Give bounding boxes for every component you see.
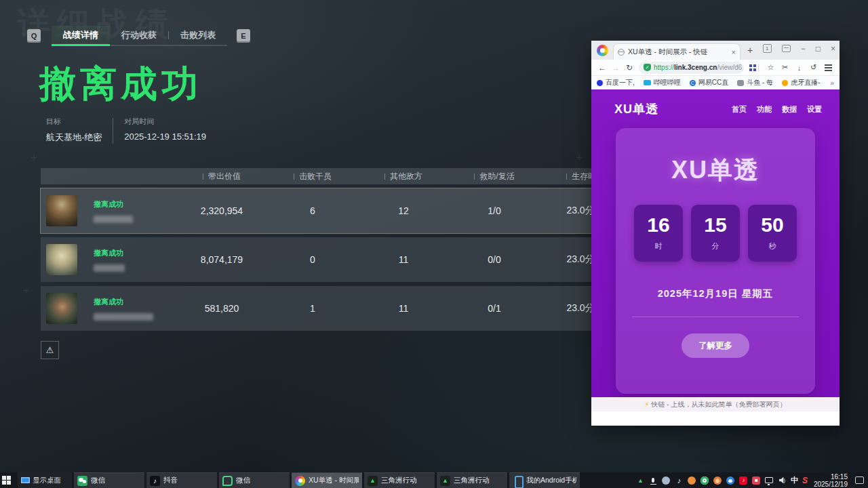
browser-addressbar: ← → ↻ ✓ https://link.3ceng.cn/view/d6 ☆ … <box>591 60 840 76</box>
tab-kill-list[interactable]: 击败列表 <box>169 26 227 45</box>
tray-app-icon[interactable] <box>688 476 696 485</box>
browser-titlebar[interactable]: XU单透 - 时间展示 - 快链 × + 1 − □ × <box>591 41 840 60</box>
url-path: /view/d6 <box>717 64 742 71</box>
site-nav: 首页 功能 数据 设置 <box>732 104 822 115</box>
url-field[interactable]: ✓ https://link.3ceng.cn/view/d6 <box>639 62 744 74</box>
objective-info: 目标 航天基地-绝密 <box>46 117 102 144</box>
results-table: 带出价值 击败干员 其他敌方 救助/复活 生存时长 撤离成功 2,320,954… <box>41 168 631 331</box>
menu-icon[interactable] <box>825 67 832 68</box>
minutes-unit: 分 <box>691 241 740 251</box>
volume-icon[interactable]: ) <box>778 476 787 485</box>
windows-logo-icon <box>2 476 6 480</box>
hours-block: 16 时 <box>634 205 683 262</box>
seconds-unit: 秒 <box>748 241 797 251</box>
tray-steam-icon[interactable] <box>662 476 671 485</box>
header-rescues: 救助/复活 <box>449 171 540 182</box>
tray-wechat-icon[interactable] <box>701 476 709 485</box>
tab-battle-details[interactable]: 战绩详情 <box>52 26 110 45</box>
tray-microphone-icon[interactable] <box>649 476 658 485</box>
close-button[interactable]: × <box>831 45 835 53</box>
lightning-icon: ⚡ <box>645 401 650 408</box>
nav-features[interactable]: 功能 <box>757 104 772 115</box>
learn-more-button[interactable]: 了解更多 <box>682 333 749 358</box>
taskbar-item-android-phone[interactable]: 我的Android手机... <box>509 472 580 488</box>
other-enemies-cell: 12 <box>358 205 449 216</box>
bookmarks-bar: 百度一下, 哔哩哔哩 C 网易CC直 斗鱼 - 每 虎牙直播- » <box>591 76 840 89</box>
nav-data[interactable]: 数据 <box>782 104 797 115</box>
favorites-star-icon[interactable]: ☆ <box>764 63 778 72</box>
rescues-cell: 1/0 <box>449 205 540 216</box>
bookmark-bilibili[interactable]: 哔哩哔哩 <box>644 78 681 87</box>
desktop-monitor-icon <box>21 477 30 483</box>
report-warning-button[interactable]: ⚠ <box>41 341 59 359</box>
browser-logo-icon[interactable] <box>597 45 608 56</box>
undo-icon[interactable]: ↺ <box>806 63 821 72</box>
tray-qq-icon[interactable] <box>726 476 735 485</box>
table-header: 带出价值 击败干员 其他敌方 救助/复活 生存时长 <box>41 168 631 184</box>
browser-tab[interactable]: XU单透 - 时间展示 - 快链 × <box>613 43 741 60</box>
forward-icon[interactable]: → <box>609 63 623 73</box>
network-icon[interactable] <box>765 476 774 485</box>
back-icon[interactable]: ← <box>595 63 609 73</box>
tray-app-icon[interactable] <box>713 476 722 485</box>
browser-logo-icon <box>295 476 305 486</box>
minimize-button[interactable]: − <box>801 45 806 53</box>
key-hint-e[interactable]: E <box>237 29 250 43</box>
download-icon[interactable]: ↓ <box>792 64 806 72</box>
taskbar-item-wechat[interactable]: 微信 <box>74 472 144 488</box>
netease-cc-icon: C <box>690 80 696 86</box>
bookmark-baidu[interactable]: 百度一下, <box>597 78 635 87</box>
table-row[interactable]: 撤离成功 8,074,179 0 11 0/0 23.0分钟 <box>41 237 631 282</box>
player-name-blurred <box>94 264 125 272</box>
input-method-indicator[interactable]: 中 <box>791 475 798 485</box>
taskbar-item-browser[interactable]: XU单透 - 时间展示... <box>292 472 362 488</box>
system-tray: ▲ ♪ ♪ ■ ) 中 S 16:15 2025/12/19 <box>636 472 868 488</box>
bookmark-netease-cc[interactable]: C 网易CC直 <box>690 78 728 87</box>
tray-app-icon[interactable]: ■ <box>752 476 761 485</box>
taskbar-item-douyin[interactable]: ♪ 抖音 <box>146 472 217 488</box>
loot-value-cell: 581,820 <box>176 303 267 314</box>
site-logo[interactable]: XU单透 <box>614 101 658 117</box>
table-row[interactable]: 撤离成功 581,820 1 11 0/1 23.0分钟 <box>41 286 631 331</box>
chat-bubble-icon <box>222 476 233 486</box>
apps-grid-icon[interactable] <box>749 64 752 67</box>
douyu-icon <box>737 80 744 86</box>
player-name-blurred <box>94 216 133 223</box>
taskbar-item-delta-force[interactable]: ▲ 三角洲行动 <box>437 472 507 488</box>
avatar <box>46 293 77 324</box>
nav-home[interactable]: 首页 <box>732 104 747 115</box>
tab-count-badge[interactable]: 1 <box>763 44 772 53</box>
tray-douyin-icon[interactable]: ♪ <box>675 476 684 485</box>
screenshot-scissors-icon[interactable]: ✂ <box>778 63 792 72</box>
web-page: XU单透 首页 功能 数据 设置 XU单透 16 时 15 <box>591 89 840 411</box>
notification-center-icon[interactable] <box>855 476 864 484</box>
status-badge: 撤离成功 <box>94 248 125 258</box>
show-desktop-button[interactable]: 显示桌面 <box>18 472 72 488</box>
bookmark-douyu[interactable]: 斗鱼 - 每 <box>737 78 773 87</box>
bookmarks-overflow-chevron[interactable]: » <box>830 79 834 87</box>
tab-close-icon[interactable]: × <box>732 48 736 56</box>
maximize-button[interactable]: □ <box>816 45 821 53</box>
nav-settings[interactable]: 设置 <box>807 104 822 115</box>
taskbar-clock[interactable]: 16:15 2025/12/19 <box>812 473 850 488</box>
tray-delta-force-icon[interactable]: ▲ <box>636 476 645 485</box>
tab-action-loot[interactable]: 行动收获 <box>110 26 168 45</box>
key-hint-q[interactable]: Q <box>27 29 41 43</box>
match-time-value: 2025-12-19 15:51:19 <box>124 131 206 142</box>
new-tab-button[interactable]: + <box>747 45 753 56</box>
footer-text[interactable]: 快链 - 上线，从未如此简单（免费部署网页） <box>652 400 787 409</box>
tray-music-app-icon[interactable]: ♪ <box>739 476 748 485</box>
url-host: link.3ceng.cn <box>674 64 717 71</box>
taskbar-item-wechat-window[interactable]: 微信 <box>219 472 290 488</box>
sogou-input-icon[interactable]: S <box>802 476 808 485</box>
bookmark-huya[interactable]: 虎牙直播- <box>782 78 820 87</box>
taskbar-time: 16:15 <box>814 473 848 481</box>
app-box-icon[interactable] <box>782 45 791 52</box>
delta-force-icon: ▲ <box>368 476 378 486</box>
info-divider <box>113 118 113 144</box>
start-button[interactable] <box>0 472 18 488</box>
refresh-icon[interactable]: ↻ <box>623 63 636 73</box>
table-row[interactable]: 撤离成功 2,320,954 6 12 1/0 23.0分钟 <box>41 188 631 233</box>
header-kills: 击败干员 <box>267 171 358 182</box>
taskbar-item-delta-force[interactable]: ▲ 三角洲行动 <box>364 472 435 488</box>
